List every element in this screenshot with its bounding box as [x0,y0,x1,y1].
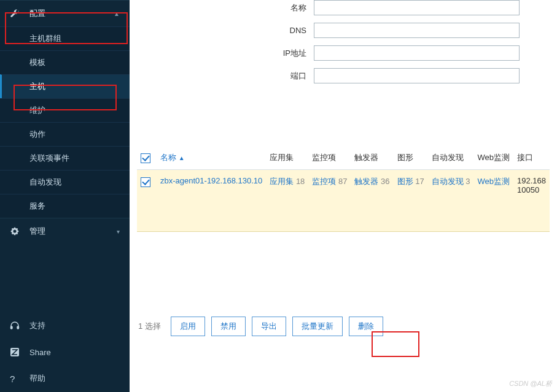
filter-dns-label: DNS [130,26,314,35]
col-graphs: 图形 [394,146,428,170]
sidebar-item-correlation[interactable]: 关联项事件 [0,146,130,170]
host-name-link[interactable]: zbx-agent01-192.168.130.10 [160,176,262,185]
apps-link[interactable]: 应用集 [270,177,294,186]
col-apps: 应用集 [266,146,308,170]
apps-count: 18 [296,177,305,186]
selected-count: 1 选择 [138,321,161,332]
sidebar-support[interactable]: 支持 [0,312,130,339]
hosts-table: 名称 ▲ 应用集 监控项 触发器 图形 自动发现 Web监测 接口 zbx-ag… [137,146,550,232]
sidebar-bottom: 支持 Share ? 帮助 [0,312,130,392]
disable-button[interactable]: 禁用 [211,317,246,336]
filter-ip-label: IP地址 [130,48,314,59]
select-all-checkbox[interactable] [141,153,150,163]
filter-name-label: 名称 [130,2,314,13]
bulk-actions: 1 选择 启用 禁用 导出 批量更新 删除 [130,306,557,347]
sidebar-support-label: 支持 [29,320,45,331]
sidebar: 配置 ▲ 主机群组 模板 主机 维护 动作 关联项事件 自动发现 服务 管理 ▾ [0,0,130,392]
items-link[interactable]: 监控项 [312,177,336,186]
massupdate-button[interactable]: 批量更新 [292,317,343,336]
export-button[interactable]: 导出 [252,317,286,336]
iface-cell: 192.168 10050 [513,170,550,232]
discovery-link[interactable]: 自动发现 [432,177,464,186]
chevron-up-icon: ▲ [114,10,120,17]
discovery-count: 3 [465,177,470,186]
col-items: 监控项 [308,146,351,170]
nav-group-config: 配置 ▲ 主机群组 模板 主机 维护 动作 关联项事件 自动发现 服务 [0,0,130,218]
nav-admin-label: 管理 [29,226,45,237]
sidebar-item-services[interactable]: 服务 [0,194,130,218]
sidebar-share[interactable]: Share [0,339,130,365]
triggers-count: 36 [381,177,389,186]
col-triggers: 触发器 [351,146,393,170]
items-count: 87 [338,177,347,186]
main-content: 名称 DNS IP地址 端口 名称 ▲ 应用集 监控项 触发器 [130,0,557,392]
table-row: zbx-agent01-192.168.130.10 应用集 18 监控项 87… [137,170,550,232]
sidebar-share-label: Share [29,348,51,357]
question-icon: ? [10,374,21,384]
filter-port-label: 端口 [130,71,314,82]
graphs-count: 17 [415,177,424,186]
nav-config-label: 配置 [29,8,45,19]
sidebar-help-label: 帮助 [29,373,45,384]
delete-button[interactable]: 删除 [349,317,383,336]
gear-icon [10,226,21,236]
table-header-row: 名称 ▲ 应用集 监控项 触发器 图形 自动发现 Web监测 接口 [137,146,550,170]
col-discovery: 自动发现 [428,146,474,170]
nav-group-admin: 管理 ▾ [0,218,130,244]
svg-rect-0 [11,326,13,329]
triggers-link[interactable]: 触发器 [354,177,378,186]
filter-form: 名称 DNS IP地址 端口 [130,0,557,109]
filter-ip-input[interactable] [314,45,520,61]
z-icon [10,347,21,357]
filter-dns-input[interactable] [314,23,520,38]
col-name[interactable]: 名称 ▲ [160,153,185,162]
headset-icon [10,321,21,331]
web-link[interactable]: Web监测 [477,177,510,186]
sidebar-item-hosts[interactable]: 主机 [0,74,130,98]
nav-config-sub: 主机群组 模板 主机 维护 动作 关联项事件 自动发现 服务 [0,26,130,218]
nav-config[interactable]: 配置 ▲ [0,1,130,26]
sidebar-item-hostgroups[interactable]: 主机群组 [0,26,130,50]
col-iface: 接口 [513,146,550,170]
enable-button[interactable]: 启用 [171,317,205,336]
chevron-down-icon: ▾ [117,228,120,235]
sidebar-item-actions[interactable]: 动作 [0,122,130,146]
wrench-icon [10,9,21,18]
filter-name-input[interactable] [314,0,520,15]
sidebar-item-maintenance[interactable]: 维护 [0,98,130,122]
col-web: Web监测 [473,146,513,170]
sidebar-item-templates[interactable]: 模板 [0,50,130,74]
watermark: CSDN @AL桥 [509,379,552,388]
sidebar-item-discovery[interactable]: 自动发现 [0,170,130,194]
svg-rect-1 [17,326,19,329]
sidebar-help[interactable]: ? 帮助 [0,365,130,392]
row-checkbox[interactable] [141,177,150,187]
sort-asc-icon: ▲ [179,155,185,161]
graphs-link[interactable]: 图形 [397,177,413,186]
filter-port-input[interactable] [314,68,520,83]
nav-admin[interactable]: 管理 ▾ [0,218,130,244]
